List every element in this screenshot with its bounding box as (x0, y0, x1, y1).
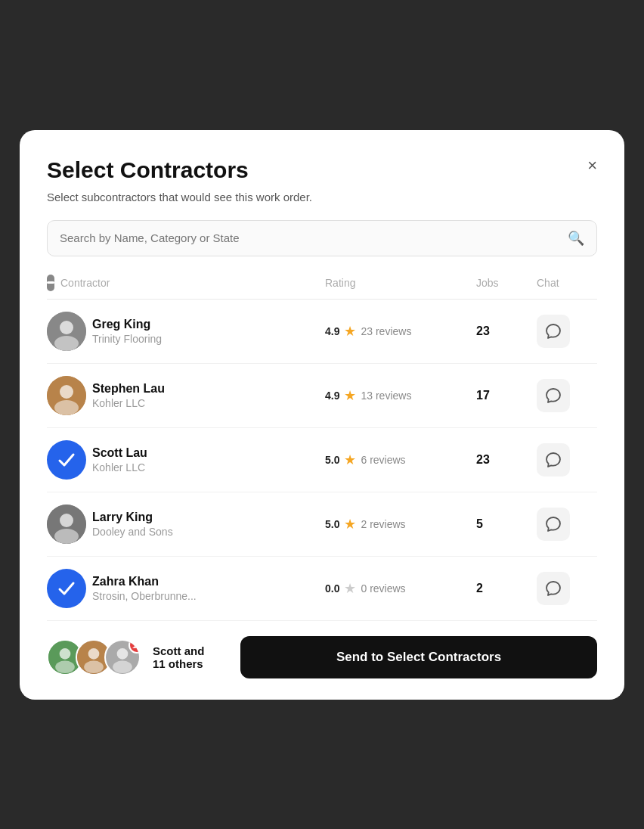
selected-count-badge: 12 (128, 639, 141, 654)
svg-point-13 (88, 648, 100, 660)
avatar-photo[interactable] (47, 376, 86, 415)
header-chat: Chat (537, 277, 597, 289)
jobs-count: 2 (476, 582, 537, 595)
avatar-col (47, 505, 92, 544)
rating-number: 5.0 (325, 454, 339, 466)
modal-container: Select Contractors × Select subcontracto… (20, 130, 624, 700)
contractor-name: Stephen Lau (92, 382, 325, 396)
search-icon: 🔍 (568, 230, 584, 247)
table-header: Contractor Rating Jobs Chat (47, 275, 597, 300)
jobs-count: 23 (476, 324, 537, 338)
rating-cell: 4.9 ★ 23 reviews (325, 323, 476, 340)
svg-point-4 (60, 385, 73, 399)
chat-btn-col (537, 572, 597, 605)
rating-cell: 5.0 ★ 2 reviews (325, 516, 476, 532)
header-contractor-label: Contractor (60, 277, 110, 289)
send-to-contractors-button[interactable]: Send to Select Contractors (240, 636, 597, 678)
chat-button[interactable] (537, 508, 570, 541)
svg-point-2 (54, 336, 79, 351)
avatar-photo[interactable] (47, 312, 86, 351)
contractor-row: Zahra Khan Strosin, Oberbrunne... 0.0 ★ … (47, 557, 597, 621)
reviews-text: 2 reviews (361, 518, 405, 530)
svg-point-5 (54, 400, 79, 415)
rating-number: 4.9 (325, 325, 339, 337)
contractor-company: Kohler LLC (92, 397, 325, 409)
avatar-photo[interactable] (47, 505, 86, 544)
rating-number: 0.0 (325, 582, 339, 595)
star-icon: ★ (344, 387, 356, 404)
close-button[interactable]: × (587, 157, 597, 174)
avatar-col (47, 376, 92, 415)
svg-point-7 (60, 514, 73, 527)
svg-point-10 (60, 648, 71, 660)
svg-point-17 (113, 660, 132, 673)
contractor-list: Greg King Trinity Flooring 4.9 ★ 23 revi… (47, 300, 597, 621)
footer-selected-label: Scott and11 others (153, 644, 228, 670)
header-jobs: Jobs (476, 277, 537, 289)
contractor-row: Greg King Trinity Flooring 4.9 ★ 23 revi… (47, 300, 597, 364)
contractor-name: Larry King (92, 511, 325, 524)
chat-btn-col (537, 379, 597, 412)
contractor-info: Stephen Lau Kohler LLC (92, 382, 325, 409)
svg-point-1 (60, 321, 73, 334)
contractor-company: Dooley and Sons (92, 526, 325, 538)
footer-avatar-3: 12 (104, 639, 141, 675)
rating-cell: 5.0 ★ 6 reviews (325, 452, 476, 468)
footer: 12 Scott and11 others Send to Select Con… (47, 621, 597, 700)
search-bar: 🔍 (47, 220, 597, 256)
search-input[interactable] (60, 231, 568, 244)
header-rating: Rating (325, 277, 476, 289)
jobs-count: 17 (476, 389, 537, 402)
reviews-text: 13 reviews (361, 390, 411, 402)
footer-avatars: 12 (47, 639, 141, 675)
reviews-text: 6 reviews (361, 454, 405, 466)
rating-number: 4.9 (325, 390, 339, 402)
contractor-info: Zahra Khan Strosin, Oberbrunne... (92, 575, 325, 602)
contractor-row: Larry King Dooley and Sons 5.0 ★ 2 revie… (47, 492, 597, 557)
star-icon: ★ (344, 452, 356, 468)
header-contractor: Contractor (47, 275, 92, 291)
avatar-col (47, 312, 92, 351)
contractor-info: Larry King Dooley and Sons (92, 511, 325, 538)
contractor-row: Stephen Lau Kohler LLC 4.9 ★ 13 reviews … (47, 364, 597, 428)
reviews-text: 0 reviews (361, 582, 405, 595)
chat-btn-col (537, 508, 597, 541)
chat-button[interactable] (537, 443, 570, 477)
modal-title: Select Contractors (47, 157, 249, 183)
star-icon: ★ (344, 580, 356, 597)
jobs-count: 23 (476, 453, 537, 467)
rating-cell: 4.9 ★ 13 reviews (325, 387, 476, 404)
chat-btn-col (537, 315, 597, 348)
contractor-name: Scott Lau (92, 446, 325, 460)
contractor-row: Scott Lau Kohler LLC 5.0 ★ 6 reviews 23 (47, 428, 597, 492)
contractor-info: Scott Lau Kohler LLC (92, 446, 325, 473)
contractor-company: Kohler LLC (92, 461, 325, 473)
contractor-company: Strosin, Oberbrunne... (92, 590, 325, 602)
chat-button[interactable] (537, 315, 570, 348)
contractor-name: Zahra Khan (92, 575, 325, 588)
avatar-selected[interactable] (47, 569, 86, 608)
rating-cell: 0.0 ★ 0 reviews (325, 580, 476, 597)
avatar-selected[interactable] (47, 440, 86, 480)
star-icon: ★ (344, 323, 356, 340)
svg-point-14 (84, 660, 104, 673)
avatar-col (47, 569, 92, 608)
star-icon: ★ (344, 516, 356, 532)
reviews-text: 23 reviews (361, 325, 411, 337)
chat-button[interactable] (537, 572, 570, 605)
modal-header: Select Contractors × (47, 157, 597, 183)
modal-subtitle: Select subcontractors that would see thi… (47, 191, 597, 203)
contractor-name: Greg King (92, 318, 325, 331)
rating-number: 5.0 (325, 518, 339, 530)
contractor-company: Trinity Flooring (92, 333, 325, 345)
minus-icon (47, 275, 54, 291)
contractor-info: Greg King Trinity Flooring (92, 318, 325, 345)
svg-point-8 (54, 529, 79, 544)
jobs-count: 5 (476, 517, 537, 531)
chat-btn-col (537, 443, 597, 477)
chat-button[interactable] (537, 379, 570, 412)
svg-point-16 (117, 648, 128, 660)
svg-point-11 (55, 660, 75, 673)
avatar-col (47, 440, 92, 480)
